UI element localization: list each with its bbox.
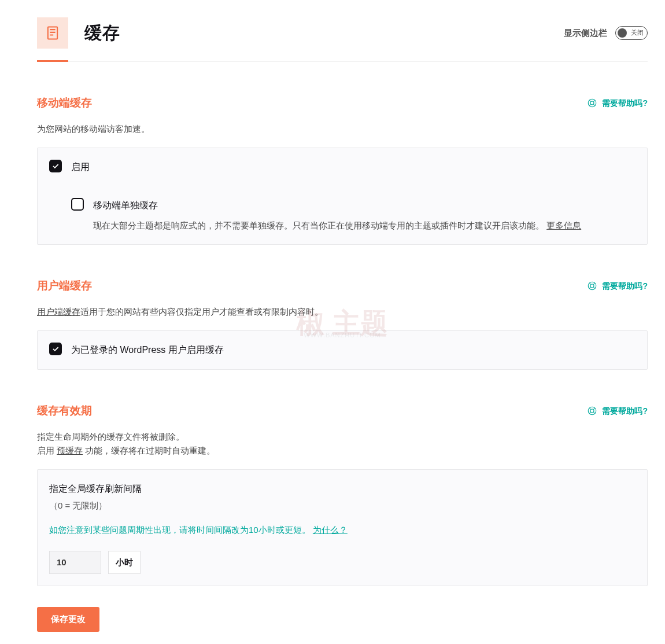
lifespan-value-input[interactable] bbox=[49, 551, 101, 574]
svg-point-2 bbox=[590, 101, 594, 105]
panel-user: 为已登录的 WordPress 用户启用缓存 bbox=[37, 330, 648, 370]
help-link-user[interactable]: 需要帮助吗? bbox=[587, 279, 648, 292]
user-cache-link[interactable]: 用户端缓存 bbox=[37, 307, 80, 317]
section-title-lifespan: 缓存有效期 bbox=[37, 402, 92, 419]
lifespan-field-label: 指定全局缓存刷新间隔 bbox=[49, 481, 636, 496]
section-mobile-cache: 移动端缓存 需要帮助吗? 为您网站的移动端访客加速。 启用 移动端单独缓存 bbox=[37, 94, 648, 245]
label-user-enable: 为已登录的 WordPress 用户启用缓存 bbox=[71, 343, 224, 358]
sidebar-toggle[interactable]: 关闭 bbox=[615, 26, 648, 40]
cache-icon bbox=[37, 17, 68, 49]
label-mobile-enable: 启用 bbox=[71, 160, 90, 175]
svg-point-4 bbox=[590, 284, 594, 288]
help-link-lifespan[interactable]: 需要帮助吗? bbox=[587, 404, 648, 417]
page-header: 缓存 显示侧边栏 关闭 bbox=[37, 17, 648, 62]
svg-rect-0 bbox=[48, 27, 57, 39]
lifespan-warning: 如您注意到某些问题周期性出现，请将时间间隔改为10小时或更短。 为什么？ bbox=[49, 523, 636, 537]
page-title: 缓存 bbox=[84, 19, 120, 47]
sidebar-toggle-label: 显示侧边栏 bbox=[564, 26, 607, 40]
svg-point-6 bbox=[590, 409, 594, 413]
save-button[interactable]: 保存更改 bbox=[37, 607, 99, 632]
help-label: 需要帮助吗? bbox=[602, 97, 648, 109]
help-link-mobile[interactable]: 需要帮助吗? bbox=[587, 97, 648, 109]
help-icon bbox=[587, 98, 597, 108]
checkbox-user-enable[interactable] bbox=[49, 343, 62, 355]
label-mobile-separate: 移动端单独缓存 bbox=[93, 198, 581, 213]
section-user-cache: 椒 主题 WWW.BANZHUTI.COM 用户端缓存 需要帮助吗? 用户端缓存… bbox=[37, 277, 648, 370]
section-desc-mobile: 为您网站的移动端访客加速。 bbox=[37, 122, 648, 136]
section-cache-lifespan: 缓存有效期 需要帮助吗? 指定生命周期外的缓存文件将被删除。 启用 预缓存 功能… bbox=[37, 402, 648, 586]
help-mobile-separate: 现在大部分主题都是响应式的，并不需要单独缓存。只有当你正在使用移动端专用的主题或… bbox=[93, 219, 581, 233]
section-title-mobile: 移动端缓存 bbox=[37, 94, 92, 112]
section-title-user: 用户端缓存 bbox=[37, 277, 92, 295]
panel-mobile: 启用 移动端单独缓存 现在大部分主题都是响应式的，并不需要单独缓存。只有当你正在… bbox=[37, 148, 648, 244]
lifespan-field-sub: （0 = 无限制） bbox=[49, 499, 636, 513]
checkbox-mobile-enable[interactable] bbox=[49, 160, 62, 172]
panel-lifespan: 指定全局缓存刷新间隔 （0 = 无限制） 如您注意到某些问题周期性出现，请将时间… bbox=[37, 469, 648, 586]
section-desc-lifespan: 指定生命周期外的缓存文件将被删除。 启用 预缓存 功能，缓存将在过期时自动重建。 bbox=[37, 430, 648, 458]
toggle-knob bbox=[618, 28, 627, 38]
help-label: 需要帮助吗? bbox=[602, 404, 648, 417]
help-label: 需要帮助吗? bbox=[602, 279, 648, 292]
help-icon bbox=[587, 406, 597, 416]
section-desc-user: 用户端缓存适用于您的网站有些内容仅指定用户才能查看或有限制内容时。 bbox=[37, 305, 648, 319]
toggle-state: 关闭 bbox=[631, 28, 644, 38]
help-icon bbox=[587, 281, 597, 291]
more-info-link[interactable]: 更多信息 bbox=[546, 220, 581, 230]
precache-link[interactable]: 预缓存 bbox=[57, 446, 83, 455]
why-link[interactable]: 为什么？ bbox=[313, 525, 348, 535]
lifespan-unit-select[interactable]: 小时 bbox=[108, 551, 141, 574]
checkbox-mobile-separate[interactable] bbox=[71, 198, 84, 211]
